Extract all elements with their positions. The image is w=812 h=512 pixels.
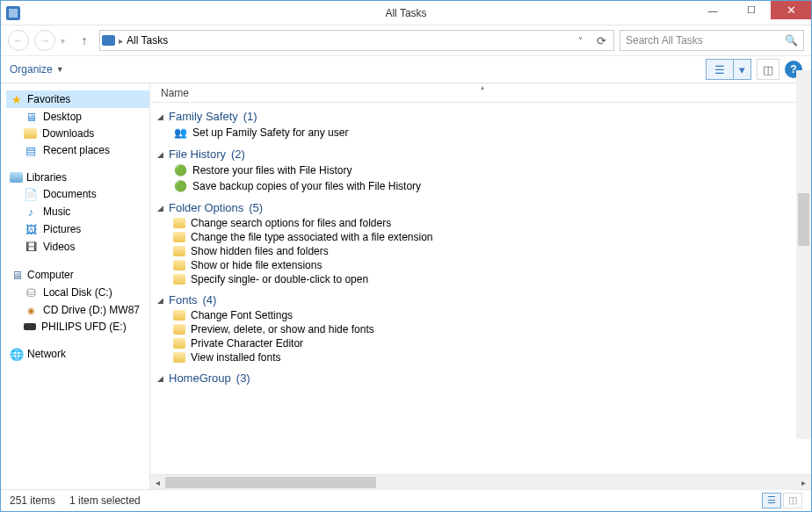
sidebar-item-desktop[interactable]: 🖥Desktop bbox=[6, 108, 149, 126]
scroll-right-button[interactable]: ▸ bbox=[796, 475, 811, 490]
task-label: Change Font Settings bbox=[191, 309, 293, 321]
task-icon bbox=[173, 274, 185, 285]
group-name: HomeGroup bbox=[169, 371, 231, 385]
task-label: Private Character Editor bbox=[191, 337, 303, 350]
task-item[interactable]: Preview, delete, or show and hide fonts bbox=[157, 322, 811, 336]
usb-icon bbox=[24, 323, 36, 330]
task-icon bbox=[173, 232, 185, 242]
task-label: Save backup copies of your files with Fi… bbox=[192, 180, 421, 192]
view-mode-button[interactable]: ☰ bbox=[706, 59, 734, 80]
hist-icon: 🟢 bbox=[173, 179, 187, 193]
icons-view-button[interactable]: ◫ bbox=[783, 493, 802, 508]
task-item[interactable]: Show hidden files and folders bbox=[157, 244, 811, 258]
task-item[interactable]: 🟢Restore your files with File History bbox=[157, 162, 811, 178]
group-header[interactable]: ◢HomeGroup (3) bbox=[157, 370, 811, 386]
column-header-name[interactable]: Name ▴ bbox=[150, 83, 811, 103]
scroll-left-button[interactable]: ◂ bbox=[150, 475, 165, 490]
preview-pane-button[interactable]: ◫ bbox=[757, 59, 779, 80]
task-item[interactable]: Change search options for files and fold… bbox=[157, 216, 811, 230]
group-count: (1) bbox=[243, 110, 257, 123]
recent-locations-button[interactable]: ▾ bbox=[61, 36, 69, 46]
search-input[interactable]: Search All Tasks 🔍 bbox=[620, 30, 804, 51]
task-label: Show or hide file extensions bbox=[191, 259, 322, 271]
group-header[interactable]: ◢Family Safety (1) bbox=[157, 108, 811, 125]
folder-icon bbox=[24, 128, 37, 139]
people-icon: 👥 bbox=[173, 126, 187, 140]
status-total-items: 251 items bbox=[10, 494, 55, 507]
task-icon bbox=[173, 218, 185, 228]
sidebar-item-pictures[interactable]: 🖼Pictures bbox=[6, 220, 149, 238]
horizontal-scrollbar[interactable]: ◂ ▸ bbox=[150, 474, 811, 489]
task-label: View installed fonts bbox=[191, 351, 281, 364]
task-label: Restore your files with File History bbox=[192, 164, 352, 177]
network-icon: 🌐 bbox=[10, 347, 24, 361]
task-item[interactable]: Specify single- or double-click to open bbox=[157, 272, 811, 286]
scroll-thumb[interactable] bbox=[798, 193, 809, 246]
task-icon bbox=[173, 352, 185, 363]
sidebar-item-usb[interactable]: PHILIPS UFD (E:) bbox=[6, 319, 149, 335]
close-button[interactable]: ✕ bbox=[771, 1, 811, 19]
task-icon bbox=[173, 338, 185, 349]
group-header[interactable]: ◢Folder Options (5) bbox=[157, 199, 811, 216]
hist-icon: 🟢 bbox=[173, 163, 187, 177]
sidebar-section-computer[interactable]: 🖥Computer bbox=[6, 266, 149, 284]
maximize-button[interactable]: ☐ bbox=[732, 1, 771, 19]
task-label: Show hidden files and folders bbox=[191, 245, 329, 257]
task-icon bbox=[173, 310, 185, 321]
minimize-button[interactable]: ― bbox=[693, 1, 732, 19]
scroll-track[interactable] bbox=[165, 475, 796, 490]
collapse-icon: ◢ bbox=[157, 296, 163, 305]
search-icon: 🔍 bbox=[785, 34, 798, 47]
group-header[interactable]: ◢File History (2) bbox=[157, 146, 811, 162]
task-item[interactable]: 🟢Save backup copies of your files with F… bbox=[157, 178, 811, 194]
libraries-icon bbox=[10, 172, 23, 183]
group-name: Fonts bbox=[169, 293, 198, 306]
content-pane: Name ▴ ◢Family Safety (1)👥Set up Family … bbox=[150, 83, 811, 489]
music-icon: ♪ bbox=[24, 205, 38, 219]
task-icon bbox=[173, 246, 185, 256]
app-icon bbox=[6, 6, 20, 20]
group-count: (2) bbox=[231, 148, 245, 161]
sidebar-item-documents[interactable]: 📄Documents bbox=[6, 185, 149, 203]
group-name: Family Safety bbox=[169, 110, 238, 123]
view-mode-dropdown[interactable]: ▾ bbox=[734, 59, 751, 80]
back-button[interactable]: ← bbox=[8, 30, 29, 51]
status-selected-items: 1 item selected bbox=[69, 494, 141, 507]
titlebar: All Tasks ― ☐ ✕ bbox=[1, 1, 811, 25]
task-item[interactable]: Show or hide file extensions bbox=[157, 258, 811, 272]
task-item[interactable]: Change Font Settings bbox=[157, 308, 811, 322]
sidebar-item-cd-drive[interactable]: ◉CD Drive (D:) MW87 bbox=[6, 301, 149, 319]
group-header[interactable]: ◢Fonts (4) bbox=[157, 292, 811, 308]
status-bar: 251 items 1 item selected ☰ ◫ bbox=[1, 489, 811, 510]
organize-button[interactable]: Organize ▼ bbox=[10, 63, 64, 76]
sidebar-section-favorites[interactable]: ★ Favorites bbox=[6, 90, 149, 108]
details-view-button[interactable]: ☰ bbox=[762, 493, 781, 508]
address-bar[interactable]: ▸ All Tasks ˅ ⟳ bbox=[99, 30, 614, 51]
scroll-thumb[interactable] bbox=[165, 477, 376, 488]
collapse-icon: ◢ bbox=[157, 204, 163, 213]
sidebar-item-local-disk[interactable]: ⛁Local Disk (C:) bbox=[6, 284, 149, 301]
sidebar-item-videos[interactable]: 🎞Videos bbox=[6, 238, 149, 256]
address-dropdown-icon[interactable]: ˅ bbox=[573, 36, 588, 46]
recent-icon: ▤ bbox=[24, 143, 38, 157]
task-item[interactable]: 👥Set up Family Safety for any user bbox=[157, 125, 811, 141]
refresh-button[interactable]: ⟳ bbox=[591, 34, 612, 47]
sidebar-item-downloads[interactable]: Downloads bbox=[6, 126, 149, 141]
sidebar-item-recent-places[interactable]: ▤Recent places bbox=[6, 141, 149, 159]
collapse-icon: ◢ bbox=[157, 112, 163, 121]
vertical-scrollbar[interactable] bbox=[796, 70, 811, 439]
sidebar-item-music[interactable]: ♪Music bbox=[6, 203, 149, 220]
breadcrumb-item[interactable]: All Tasks bbox=[127, 34, 168, 47]
task-item[interactable]: Private Character Editor bbox=[157, 336, 811, 350]
cd-icon: ◉ bbox=[24, 303, 38, 317]
document-icon: 📄 bbox=[24, 187, 38, 201]
sidebar-section-network[interactable]: 🌐Network bbox=[6, 345, 149, 363]
group-count: (5) bbox=[249, 201, 263, 214]
sidebar-section-libraries[interactable]: Libraries bbox=[6, 169, 149, 185]
desktop-icon: 🖥 bbox=[24, 110, 38, 124]
task-label: Change the file type associated with a f… bbox=[191, 231, 433, 243]
up-button[interactable]: ↑ bbox=[75, 31, 94, 50]
task-item[interactable]: Change the file type associated with a f… bbox=[157, 230, 811, 244]
task-item[interactable]: View installed fonts bbox=[157, 350, 811, 364]
forward-button[interactable]: → bbox=[34, 30, 55, 51]
